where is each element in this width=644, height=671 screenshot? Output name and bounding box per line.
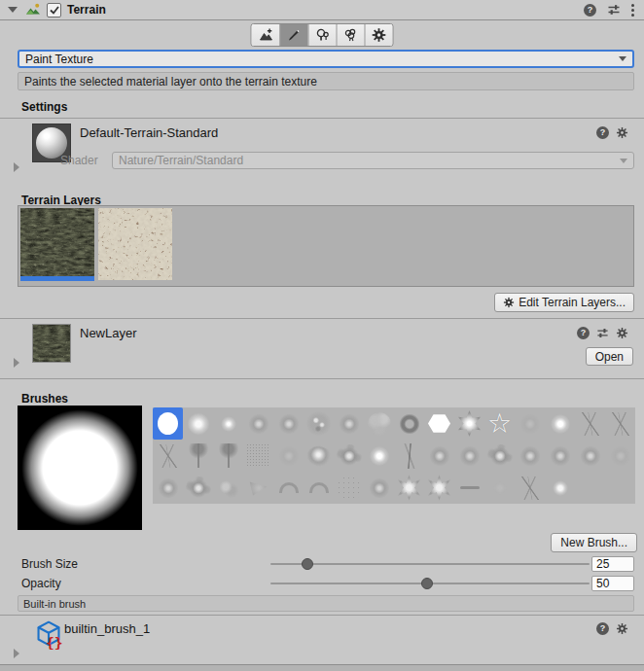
brush-item-3[interactable]: [243, 407, 273, 440]
gear-icon[interactable]: [616, 327, 628, 339]
brush-thumbnail: [304, 441, 333, 469]
brush-item-31[interactable]: [605, 440, 635, 472]
brush-item-23[interactable]: [364, 440, 394, 472]
brush-item-45[interactable]: [545, 472, 575, 504]
edit-terrain-layers-button[interactable]: Edit Terrain Layers...: [494, 293, 634, 312]
paint-mode-description: Paints the selected material layer onto …: [18, 72, 634, 90]
brush-item-36[interactable]: [273, 472, 304, 504]
brush-size-field[interactable]: 25: [591, 556, 634, 572]
brush-thumbnail: [309, 482, 329, 493]
opacity-knob[interactable]: [421, 578, 433, 589]
layer-card-icons: ?: [577, 327, 628, 339]
brush-item-35[interactable]: [243, 472, 273, 504]
slider-track[interactable]: [270, 563, 590, 565]
brush-item-6[interactable]: [334, 407, 364, 440]
brush-item-22[interactable]: [334, 440, 364, 472]
tool-create-neighbor-terrains[interactable]: [252, 24, 280, 46]
help-icon[interactable]: ?: [596, 622, 609, 635]
presets-icon[interactable]: [607, 3, 621, 17]
help-icon[interactable]: ?: [584, 4, 596, 17]
brush-item-4[interactable]: [273, 407, 304, 440]
brush-item-10[interactable]: [454, 407, 484, 440]
brush-item-8[interactable]: [394, 407, 424, 440]
brush-item-7[interactable]: [364, 407, 394, 440]
terrain-toolbar: [251, 23, 394, 47]
tool-terrain-settings[interactable]: [365, 24, 393, 46]
foldout-arrow-icon[interactable]: [8, 7, 18, 13]
brush-thumbnail: [279, 482, 299, 493]
brush-item-2[interactable]: [213, 407, 243, 440]
gear-icon[interactable]: [616, 126, 628, 139]
brush-thumbnail: [248, 478, 269, 498]
brush-item-13[interactable]: [545, 407, 575, 440]
kebab-menu-icon[interactable]: [631, 4, 634, 17]
brush-item-19[interactable]: [243, 440, 273, 472]
brush-item-27[interactable]: [484, 440, 515, 472]
open-layer-button[interactable]: Open: [586, 347, 633, 366]
material-foldout-icon[interactable]: [14, 162, 19, 172]
terrain-layer-grass[interactable]: [20, 208, 94, 281]
brush-item-16[interactable]: [153, 440, 183, 472]
brush-item-15[interactable]: [605, 407, 635, 440]
brush-size-slider[interactable]: [270, 556, 590, 572]
brush-item-0[interactable]: [153, 407, 183, 440]
brush-item-38[interactable]: [334, 472, 364, 504]
brush-item-20[interactable]: [273, 440, 304, 472]
material-name: Default-Terrain-Standard: [80, 125, 218, 140]
brush-thumbnail: [428, 414, 451, 434]
opacity-field[interactable]: 50: [591, 576, 634, 591]
brush-item-26[interactable]: [454, 440, 484, 472]
shader-dropdown: Nature/Terrain/Standard: [112, 152, 634, 169]
brush-thumbnail: [305, 410, 332, 437]
brush-thumbnail: [277, 412, 301, 436]
brush-item-18[interactable]: [213, 440, 243, 472]
brush-item-39[interactable]: [364, 472, 394, 504]
brush-item-28[interactable]: [515, 440, 545, 472]
tool-paint-trees[interactable]: [308, 24, 337, 46]
new-brush-button[interactable]: New Brush...: [551, 533, 637, 552]
gear-icon[interactable]: [616, 622, 628, 635]
brush-item-44[interactable]: [515, 472, 545, 504]
brush-item-24[interactable]: [394, 440, 424, 472]
presets-icon[interactable]: [596, 327, 609, 339]
brush-item-34[interactable]: [213, 472, 243, 504]
brush-item-43[interactable]: [484, 472, 515, 504]
brush-item-5[interactable]: [304, 407, 334, 440]
brush-item-37[interactable]: [304, 472, 334, 504]
help-icon[interactable]: ?: [596, 126, 609, 139]
brush-item-25[interactable]: [424, 440, 454, 472]
brush-item-1[interactable]: [183, 407, 213, 440]
brush-item-17[interactable]: [183, 440, 213, 472]
brush-item-14[interactable]: [575, 407, 605, 440]
paint-mode-dropdown[interactable]: Paint Texture: [18, 50, 634, 68]
brush-item-29[interactable]: [545, 440, 575, 472]
layer-foldout-icon[interactable]: [14, 358, 19, 368]
brush-thumbnail: [396, 475, 422, 501]
brush-item-41[interactable]: [424, 472, 454, 504]
brush-card-foldout-icon[interactable]: [14, 649, 19, 658]
tool-paint-terrain[interactable]: [280, 24, 308, 46]
brush-asset-icon[interactable]: {}: [34, 618, 63, 650]
brush-item-11[interactable]: [484, 407, 515, 440]
brush-item-30[interactable]: [575, 440, 605, 472]
brush-thumbnail: [338, 412, 361, 436]
tool-paint-details[interactable]: [337, 24, 365, 46]
terrain-layer-cliff[interactable]: [98, 208, 172, 280]
brush-item-9[interactable]: [424, 407, 454, 440]
brush-size-knob[interactable]: [302, 558, 313, 570]
brush-item-12[interactable]: [515, 407, 545, 440]
brush-item-40[interactable]: [394, 472, 424, 504]
component-enabled-checkbox[interactable]: [47, 3, 61, 18]
help-icon[interactable]: ?: [577, 327, 590, 339]
component-title: Terrain: [67, 3, 106, 17]
brush-item-32[interactable]: [153, 472, 183, 504]
brush-item-33[interactable]: [183, 472, 213, 504]
brush-thumbnail: [277, 444, 301, 468]
layer-thumbnail[interactable]: [32, 324, 71, 363]
opacity-slider[interactable]: [270, 576, 590, 591]
brush-item-42[interactable]: [454, 472, 484, 504]
brush-item-21[interactable]: [304, 440, 334, 472]
brush-thumbnail: [218, 443, 239, 468]
shader-label: Shader: [60, 154, 98, 167]
brush-thumbnail: [549, 412, 572, 436]
